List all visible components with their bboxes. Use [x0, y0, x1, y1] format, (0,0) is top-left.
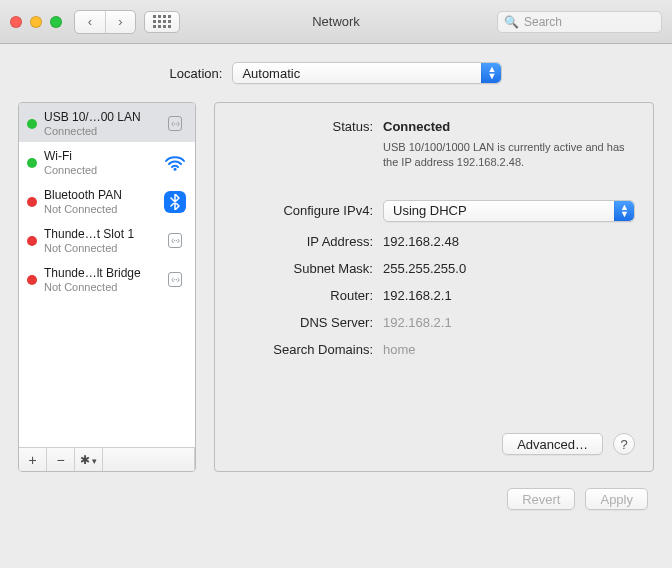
configure-ipv4-label: Configure IPv4:	[233, 203, 373, 218]
subnet-mask-label: Subnet Mask:	[233, 261, 373, 276]
status-dot	[27, 236, 37, 246]
chevron-right-icon: ›	[118, 14, 122, 29]
interfaces-list: USB 10/…00 LAN Connected ‹··› Wi-Fi Conn…	[19, 103, 195, 447]
status-value: Connected	[383, 119, 635, 134]
location-label: Location:	[170, 66, 223, 81]
remove-interface-button[interactable]: −	[47, 448, 75, 471]
sidebar-item-status: Not Connected	[44, 203, 156, 215]
wifi-icon	[163, 152, 187, 174]
help-button[interactable]: ?	[613, 433, 635, 455]
status-dot	[27, 275, 37, 285]
chevron-left-icon: ‹	[88, 14, 92, 29]
window-controls	[10, 16, 62, 28]
search-input[interactable]	[524, 15, 655, 29]
sidebar-item-thunderbolt-bridge[interactable]: Thunde…lt Bridge Not Connected ‹··›	[19, 259, 195, 298]
sidebar-item-status: Connected	[44, 164, 156, 176]
back-button[interactable]: ‹	[75, 11, 105, 33]
revert-button[interactable]: Revert	[507, 488, 575, 510]
dns-server-label: DNS Server:	[233, 315, 373, 330]
sidebar-item-status: Connected	[44, 125, 156, 137]
sidebar-item-bluetooth-pan[interactable]: Bluetooth PAN Not Connected	[19, 181, 195, 220]
sidebar-item-status: Not Connected	[44, 281, 156, 293]
configure-ipv4-select[interactable]: Using DHCP ▲▼	[383, 200, 635, 222]
ethernet-icon: ‹··›	[163, 230, 187, 252]
ethernet-icon: ‹··›	[163, 269, 187, 291]
search-domains-label: Search Domains:	[233, 342, 373, 357]
ethernet-icon: ‹··›	[163, 113, 187, 135]
status-dot	[27, 197, 37, 207]
select-arrows-icon: ▲▼	[614, 201, 634, 221]
location-select[interactable]: Automatic ▲▼	[232, 62, 502, 84]
titlebar: ‹ › Network 🔍	[0, 0, 672, 44]
search-icon: 🔍	[504, 15, 519, 29]
apply-button[interactable]: Apply	[585, 488, 648, 510]
interfaces-sidebar: USB 10/…00 LAN Connected ‹··› Wi-Fi Conn…	[18, 102, 196, 472]
status-description: USB 10/100/1000 LAN is currently active …	[383, 140, 635, 170]
sidebar-item-label: USB 10/…00 LAN	[44, 110, 156, 124]
sidebar-item-usb-lan[interactable]: USB 10/…00 LAN Connected ‹··›	[19, 103, 195, 142]
global-buttons: Revert Apply	[18, 488, 654, 510]
select-arrows-icon: ▲▼	[481, 63, 501, 83]
sidebar-item-thunderbolt-slot1[interactable]: Thunde…t Slot 1 Not Connected ‹··›	[19, 220, 195, 259]
status-dot	[27, 158, 37, 168]
status-dot	[27, 119, 37, 129]
close-window-button[interactable]	[10, 16, 22, 28]
interface-actions-menu[interactable]: ✱	[75, 448, 103, 471]
chevron-down-icon	[90, 453, 97, 467]
router-label: Router:	[233, 288, 373, 303]
sidebar-item-label: Wi-Fi	[44, 149, 156, 163]
ip-address-value: 192.168.2.48	[383, 234, 635, 249]
zoom-window-button[interactable]	[50, 16, 62, 28]
bluetooth-icon	[163, 191, 187, 213]
show-all-prefs-button[interactable]	[144, 11, 180, 33]
sidebar-item-label: Bluetooth PAN	[44, 188, 156, 202]
location-row: Location: Automatic ▲▼	[18, 62, 654, 84]
sidebar-item-label: Thunde…lt Bridge	[44, 266, 156, 280]
subnet-mask-value: 255.255.255.0	[383, 261, 635, 276]
svg-point-0	[174, 167, 177, 170]
sidebar-toolbar: + − ✱	[19, 447, 195, 471]
advanced-button[interactable]: Advanced…	[502, 433, 603, 455]
location-value: Automatic	[242, 66, 300, 81]
status-label: Status:	[233, 119, 373, 134]
gear-icon: ✱	[80, 453, 90, 467]
search-field[interactable]: 🔍	[497, 11, 662, 33]
add-interface-button[interactable]: +	[19, 448, 47, 471]
minimize-window-button[interactable]	[30, 16, 42, 28]
dns-server-value: 192.168.2.1	[383, 315, 635, 330]
ip-address-label: IP Address:	[233, 234, 373, 249]
router-value: 192.168.2.1	[383, 288, 635, 303]
details-panel: Status: Connected USB 10/100/1000 LAN is…	[214, 102, 654, 472]
help-icon: ?	[620, 437, 627, 452]
sidebar-item-wifi[interactable]: Wi-Fi Connected	[19, 142, 195, 181]
configure-ipv4-value: Using DHCP	[393, 203, 467, 218]
forward-button[interactable]: ›	[105, 11, 135, 33]
search-domains-value: home	[383, 342, 635, 357]
sidebar-item-label: Thunde…t Slot 1	[44, 227, 156, 241]
nav-back-forward: ‹ ›	[74, 10, 136, 34]
grid-icon	[153, 15, 171, 28]
sidebar-item-status: Not Connected	[44, 242, 156, 254]
